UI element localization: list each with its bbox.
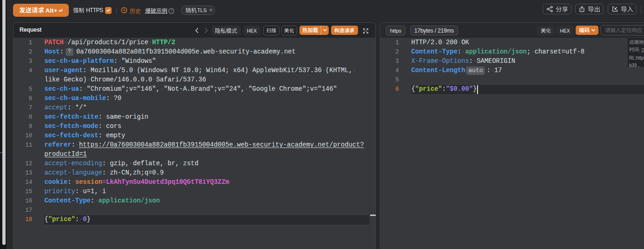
svg-text:?: ? (170, 8, 173, 13)
